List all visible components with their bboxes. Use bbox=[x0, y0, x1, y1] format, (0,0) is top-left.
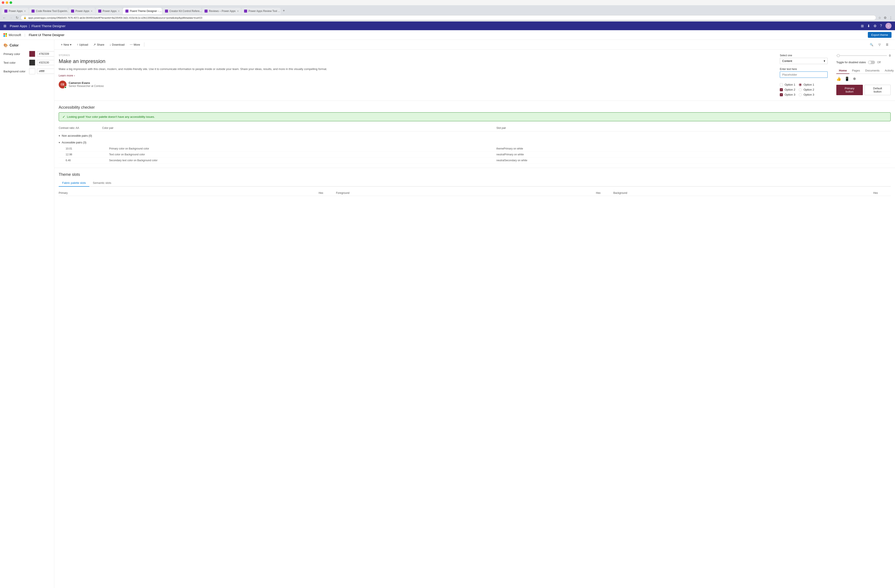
learn-more-text: Learn more bbox=[59, 74, 73, 77]
radio-1[interactable] bbox=[799, 83, 802, 86]
download-label: Download bbox=[112, 43, 124, 46]
app-header: ⊞ Power Apps | Fluent Theme Designer ⊞ ⬇… bbox=[0, 21, 895, 30]
success-message: Looking good! Your color palette doesn't… bbox=[67, 115, 155, 118]
nav-tab-pages[interactable]: Pages bbox=[849, 68, 863, 74]
accessible-row[interactable]: ▾ Accessible pairs (3) bbox=[59, 139, 890, 146]
semantic-slots-tab[interactable]: Semantic slots bbox=[90, 179, 115, 186]
filter-button[interactable]: ▽ bbox=[876, 42, 883, 48]
tab-label-2: Code Review Tool Experim... bbox=[36, 9, 68, 13]
bg-color-swatch[interactable] bbox=[29, 68, 35, 74]
minimize-button[interactable] bbox=[6, 1, 8, 4]
address-text: apps.powerapps.com/play/2f6b0e93-7676-40… bbox=[28, 17, 873, 19]
export-theme-button[interactable]: Export theme bbox=[868, 32, 892, 38]
radio-3[interactable] bbox=[799, 93, 802, 96]
grid-icon[interactable]: ⊞ bbox=[861, 24, 864, 28]
radio-label-2: Option 2 bbox=[804, 88, 814, 91]
accessible-label: Accessible pairs (3) bbox=[62, 141, 86, 144]
primary-button[interactable]: Primary button bbox=[836, 85, 863, 95]
address-bar[interactable]: 🔒 apps.powerapps.com/play/2f6b0e93-7676-… bbox=[21, 15, 876, 20]
tab-8[interactable]: Power Apps Review Tool ... ✕ bbox=[241, 8, 281, 14]
tab-close-7[interactable]: ✕ bbox=[237, 10, 239, 13]
menu-button[interactable]: ⋮ bbox=[888, 15, 893, 20]
tab-favicon-2 bbox=[32, 9, 35, 13]
text-color-swatch[interactable] bbox=[29, 59, 35, 66]
tab-3[interactable]: Power Apps ✕ bbox=[68, 8, 95, 14]
view-button[interactable]: ☰ bbox=[884, 42, 890, 48]
select-box[interactable]: Content ▾ bbox=[780, 58, 828, 64]
tab-6[interactable]: Creator Kit Control Refere... ✕ bbox=[162, 8, 202, 14]
new-button[interactable]: + New ▾ bbox=[59, 41, 74, 48]
stories-label: STORIES bbox=[59, 54, 771, 56]
nav-tab-activity[interactable]: Activity bbox=[882, 68, 895, 74]
slider-thumb[interactable] bbox=[837, 54, 840, 57]
slider-track[interactable] bbox=[836, 55, 887, 56]
toggle-track[interactable] bbox=[868, 61, 875, 64]
text-color-input[interactable] bbox=[37, 60, 54, 65]
tab-close-4[interactable]: ✕ bbox=[118, 10, 120, 13]
tab-2[interactable]: Code Review Tool Experim... ✕ bbox=[29, 8, 68, 14]
bg-color-input[interactable] bbox=[37, 69, 54, 74]
nav-tab-documents[interactable]: Documents bbox=[863, 68, 882, 74]
tab-1[interactable]: Power Apps ✕ bbox=[2, 8, 29, 14]
checkbox-label-2: Option 2 bbox=[784, 88, 795, 91]
tab-close-3[interactable]: ✕ bbox=[91, 10, 93, 13]
back-button[interactable]: ← bbox=[2, 15, 7, 20]
bookmark-button[interactable]: ☆ bbox=[877, 15, 882, 20]
fabric-palette-tab[interactable]: Fabric palette slots bbox=[59, 179, 90, 186]
accessible-data-row-2: 12.98 Text color on Background color neu… bbox=[59, 152, 890, 158]
slider-row: 0 bbox=[836, 54, 890, 57]
accessibility-section: Accessibility checker ✓ Looking good! Yo… bbox=[54, 101, 895, 168]
select-value: Content bbox=[782, 59, 792, 62]
check-row-3: Option 3 bbox=[780, 93, 795, 96]
tab-favicon-5 bbox=[125, 9, 129, 13]
ms-squares-icon bbox=[3, 33, 7, 37]
search-button[interactable]: 🔍 bbox=[868, 42, 875, 48]
waffle-icon[interactable]: ⊞ bbox=[3, 24, 6, 28]
close-button[interactable] bbox=[2, 1, 5, 4]
phone-icon[interactable]: 📱 bbox=[845, 76, 849, 81]
non-accessible-row[interactable]: ▾ Non accessible pairs (0) bbox=[59, 132, 890, 139]
search-icon: 🔍 bbox=[870, 43, 873, 46]
toggle-knob bbox=[868, 61, 871, 64]
checkbox-2[interactable] bbox=[780, 88, 783, 91]
learn-more-link[interactable]: Learn more › bbox=[59, 74, 771, 77]
text-input[interactable] bbox=[780, 71, 828, 78]
person-title: Senior Researcher at Contoso bbox=[69, 85, 104, 88]
accessibility-table-header: Contrast ratio: AA Color pair Slot pair bbox=[59, 125, 890, 132]
collapse-arrow-2: ▾ bbox=[59, 141, 60, 144]
reload-button[interactable]: ↻ bbox=[15, 15, 19, 20]
primary-color-input[interactable] bbox=[37, 51, 54, 56]
radio-2[interactable] bbox=[799, 88, 802, 91]
thumbs-up-icon[interactable]: 👍 bbox=[836, 76, 841, 81]
maximize-button[interactable] bbox=[9, 1, 12, 4]
download-button[interactable]: ↓ Download bbox=[108, 41, 127, 48]
checkbox-3[interactable] bbox=[780, 93, 783, 96]
user-avatar[interactable]: U bbox=[886, 23, 892, 29]
share-button[interactable]: ↗ Share bbox=[91, 41, 106, 48]
tab-4[interactable]: Power Apps ✕ bbox=[96, 8, 122, 14]
check-circle-icon: ✓ bbox=[62, 115, 65, 119]
slot-pair-2: neutralPrimary on white bbox=[496, 153, 884, 156]
download-icon[interactable]: ⬇ bbox=[867, 24, 870, 28]
upload-button[interactable]: ↑ Upload bbox=[74, 41, 90, 48]
app-title: Power Apps | Fluent Theme Designer bbox=[10, 24, 65, 28]
snowflake-icon[interactable]: ❄ bbox=[853, 76, 856, 81]
extensions-button[interactable]: ⚙ bbox=[883, 15, 887, 20]
tab-label-6: Creator Kit Control Refere... bbox=[169, 9, 202, 13]
forward-button[interactable]: → bbox=[8, 15, 14, 20]
tab-5-active[interactable]: Fluent Theme Designer - ... ✕ bbox=[123, 8, 162, 14]
default-button[interactable]: Default button bbox=[865, 85, 890, 95]
tab-7[interactable]: Reviews – Power Apps ✕ bbox=[202, 8, 241, 14]
new-label: New bbox=[64, 43, 69, 46]
more-button[interactable]: ⋯ More bbox=[127, 41, 143, 48]
primary-color-swatch[interactable] bbox=[29, 51, 35, 57]
controls-row: Option 1 Option 2 Option 3 bbox=[780, 83, 828, 96]
col-contrast-ratio: Contrast ratio: AA bbox=[59, 126, 102, 129]
tab-close-1[interactable]: ✕ bbox=[24, 10, 26, 13]
person-avatar: CE bbox=[59, 80, 67, 88]
settings-icon[interactable]: ⚙ bbox=[874, 24, 877, 28]
new-tab-button[interactable]: + bbox=[281, 7, 287, 14]
nav-tab-home[interactable]: Home bbox=[836, 68, 849, 74]
checkbox-1[interactable] bbox=[780, 83, 783, 86]
help-icon[interactable]: ? bbox=[880, 24, 882, 28]
